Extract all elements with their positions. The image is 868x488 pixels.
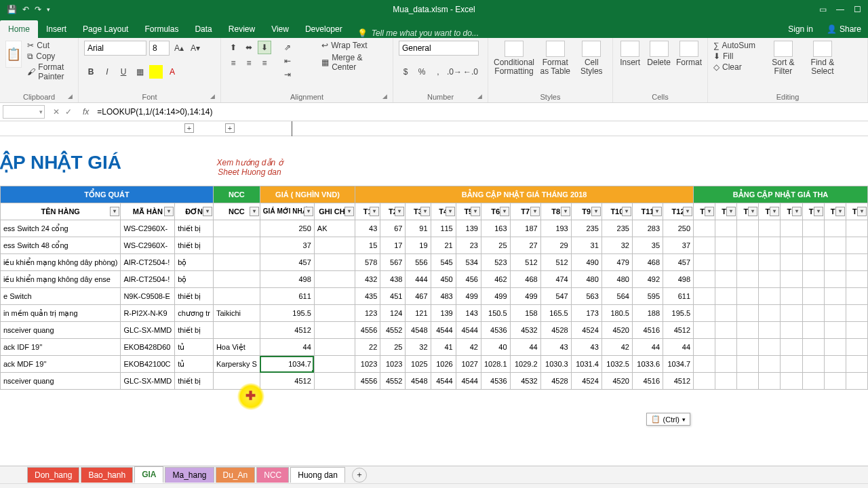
- cell[interactable]: [802, 271, 824, 288]
- minimize-icon[interactable]: —: [836, 5, 844, 14]
- filter-icon[interactable]: ▾: [203, 207, 212, 216]
- cell[interactable]: [802, 237, 824, 254]
- cell[interactable]: thiết bị: [175, 220, 214, 237]
- cell[interactable]: AIR-CT2504-!: [121, 271, 175, 288]
- sheet-tab-du-an[interactable]: Du_An: [216, 467, 256, 483]
- hdr-month[interactable]: T8▾: [540, 203, 571, 220]
- cell[interactable]: thiết bị: [175, 288, 214, 305]
- sort-filter-button[interactable]: Sort & Filter: [766, 41, 800, 76]
- filter-icon[interactable]: ▾: [395, 207, 404, 216]
- hdr-mahang[interactable]: MÃ HÀN▾: [121, 203, 175, 220]
- new-sheet-button[interactable]: ＋: [352, 468, 367, 483]
- cell[interactable]: 523: [481, 254, 510, 271]
- cell[interactable]: 545: [431, 254, 456, 271]
- filter-icon[interactable]: ▾: [857, 207, 867, 216]
- find-select-button[interactable]: Find & Select: [806, 41, 840, 76]
- hdr-month[interactable]: T7▾: [510, 203, 540, 220]
- cell[interactable]: 4524: [571, 373, 601, 390]
- filter-icon[interactable]: ▾: [622, 207, 631, 216]
- cell[interactable]: 1026: [431, 356, 456, 373]
- cell[interactable]: [737, 237, 759, 254]
- cell[interactable]: Hoa Việt: [213, 339, 260, 356]
- name-box[interactable]: [3, 105, 45, 119]
- cell[interactable]: 150.5: [481, 305, 510, 322]
- cell[interactable]: [715, 339, 737, 356]
- filter-icon[interactable]: ▾: [683, 207, 692, 216]
- orientation-icon[interactable]: ⇗: [281, 41, 294, 54]
- cell[interactable]: [694, 288, 715, 305]
- cell[interactable]: [737, 288, 759, 305]
- cell[interactable]: 115: [431, 220, 456, 237]
- hdr-month[interactable]: T2▾: [380, 203, 406, 220]
- cell[interactable]: 1028.1: [481, 356, 510, 373]
- cell[interactable]: 498: [663, 271, 694, 288]
- filter-icon[interactable]: ▾: [591, 207, 601, 216]
- cell[interactable]: 4544: [456, 373, 481, 390]
- hdr-month[interactable]: T9▾: [571, 203, 601, 220]
- cell[interactable]: [781, 373, 802, 390]
- cell[interactable]: [846, 339, 867, 356]
- cell[interactable]: 4516: [632, 322, 663, 339]
- cell[interactable]: [802, 322, 824, 339]
- cell[interactable]: [694, 373, 715, 390]
- cell[interactable]: 512: [540, 254, 571, 271]
- filter-icon[interactable]: ▾: [500, 207, 509, 216]
- cell[interactable]: [737, 339, 759, 356]
- cell[interactable]: [715, 305, 737, 322]
- fill-handle[interactable]: [312, 370, 315, 373]
- cell[interactable]: GLC-SX-MMD: [121, 373, 175, 390]
- format-painter-button[interactable]: 🖌Format Painter: [27, 62, 73, 81]
- cell[interactable]: [213, 288, 260, 305]
- cell[interactable]: [737, 373, 759, 390]
- cell[interactable]: 43: [540, 339, 571, 356]
- cell[interactable]: 173: [571, 305, 601, 322]
- cell[interactable]: [737, 322, 759, 339]
- cell[interactable]: R-PI2X-N-K9: [121, 305, 175, 322]
- cell[interactable]: 468: [510, 271, 540, 288]
- cell[interactable]: [802, 305, 824, 322]
- cell[interactable]: 4536: [481, 322, 510, 339]
- align-center-icon[interactable]: ≡: [242, 56, 256, 70]
- redo-icon[interactable]: ↷: [35, 5, 41, 14]
- cell[interactable]: 563: [571, 288, 601, 305]
- border-button[interactable]: ▦: [133, 65, 146, 79]
- increase-font-icon[interactable]: A▴: [172, 41, 186, 55]
- cell[interactable]: [715, 373, 737, 390]
- cell[interactable]: [715, 237, 737, 254]
- filter-icon[interactable]: ▾: [748, 207, 757, 216]
- hdr-month[interactable]: T6▾: [802, 203, 824, 220]
- cell[interactable]: 457: [260, 254, 314, 271]
- filter-icon[interactable]: ▾: [652, 207, 662, 216]
- cell[interactable]: 235: [571, 220, 601, 237]
- cell[interactable]: [802, 254, 824, 271]
- insert-button[interactable]: Insert: [618, 41, 642, 67]
- cell[interactable]: 37: [260, 237, 314, 254]
- clipboard-dialog-icon[interactable]: ◢: [68, 93, 73, 100]
- share-button[interactable]: 👤 Share: [820, 20, 868, 38]
- cell[interactable]: [802, 356, 824, 373]
- cell[interactable]: 499: [456, 288, 481, 305]
- cell[interactable]: [846, 254, 867, 271]
- cell[interactable]: [213, 220, 260, 237]
- cell[interactable]: [314, 305, 355, 322]
- cell[interactable]: EKOB42100C: [121, 356, 175, 373]
- cell[interactable]: [824, 305, 846, 322]
- cell[interactable]: in mềm quản trị mạng: [1, 305, 121, 322]
- clear-button[interactable]: ◇Clear: [713, 62, 755, 72]
- cell[interactable]: 180.5: [601, 305, 632, 322]
- cell[interactable]: thiết bị: [175, 322, 214, 339]
- save-icon[interactable]: 💾: [7, 5, 17, 14]
- cell[interactable]: 193: [540, 220, 571, 237]
- comma-icon[interactable]: ,: [431, 65, 445, 79]
- delete-button[interactable]: Delete: [647, 41, 671, 67]
- cell[interactable]: [824, 322, 846, 339]
- decrease-decimal-icon[interactable]: ←.0: [464, 65, 477, 79]
- cell[interactable]: [314, 339, 355, 356]
- cell[interactable]: 451: [380, 288, 406, 305]
- percent-icon[interactable]: %: [415, 65, 429, 79]
- cell[interactable]: 187: [510, 220, 540, 237]
- cell[interactable]: 158: [510, 305, 540, 322]
- cell[interactable]: [802, 339, 824, 356]
- cell[interactable]: [314, 237, 355, 254]
- cell[interactable]: 4548: [406, 373, 431, 390]
